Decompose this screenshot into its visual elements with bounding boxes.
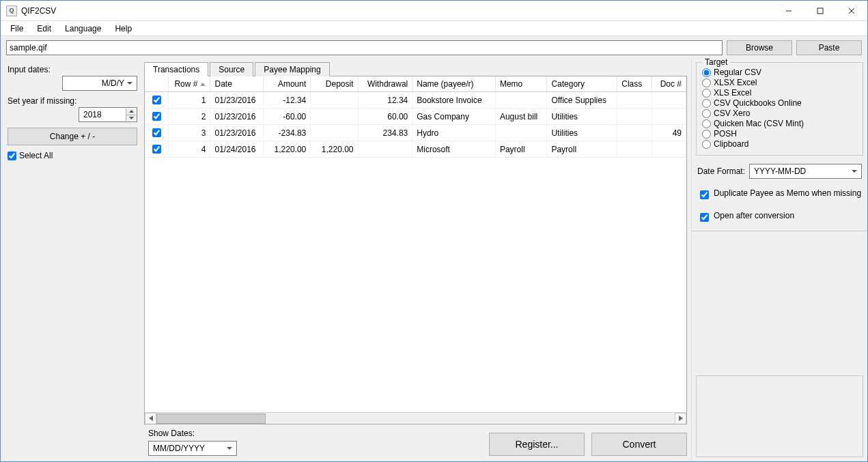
svg-marker-7: [679, 416, 683, 421]
cell-doc: [652, 109, 686, 125]
cell-row: 3: [168, 125, 210, 141]
table-row[interactable]: 401/24/20161,220.001,220.00MicrosoftPayr…: [145, 141, 686, 158]
cell-deposit: [311, 125, 358, 141]
date-format-select[interactable]: YYYY-MM-DD: [749, 164, 862, 179]
open-after-input[interactable]: [700, 213, 709, 222]
scroll-track[interactable]: [156, 414, 675, 424]
target-groupbox: Target Regular CSVXLSX ExcelXLS ExcelCSV…: [696, 62, 863, 156]
target-radio[interactable]: [702, 109, 711, 118]
target-option-label: POSH: [714, 129, 737, 139]
horizontal-scrollbar[interactable]: [145, 412, 686, 424]
target-radio[interactable]: [702, 140, 711, 149]
cell-withdrawal: [358, 141, 412, 158]
select-all-input[interactable]: [8, 151, 16, 160]
dup-payee-checkbox[interactable]: Duplicate Payee as Memo when missing: [697, 188, 862, 201]
filepath-input[interactable]: [6, 40, 723, 55]
target-radio[interactable]: [702, 130, 711, 139]
scroll-left-icon[interactable]: [145, 413, 156, 424]
col-category[interactable]: Category: [547, 76, 617, 92]
svg-marker-4: [129, 110, 134, 113]
browse-button[interactable]: Browse: [727, 40, 792, 55]
target-radio[interactable]: [702, 119, 711, 128]
close-button[interactable]: [836, 1, 867, 21]
col-check[interactable]: [145, 76, 168, 92]
target-option[interactable]: POSH: [702, 129, 857, 139]
convert-button[interactable]: Convert: [591, 433, 687, 456]
change-sign-button[interactable]: Change + / -: [8, 128, 137, 145]
cell-row: 1: [168, 92, 210, 109]
cell-deposit: 1,220.00: [311, 141, 358, 158]
col-name[interactable]: Name (payee/r): [412, 76, 496, 92]
target-option-label: Clipboard: [714, 139, 748, 149]
row-check[interactable]: [152, 145, 161, 154]
menu-help[interactable]: Help: [108, 23, 139, 35]
col-doc[interactable]: Doc #: [652, 76, 686, 92]
scroll-thumb[interactable]: [156, 414, 266, 424]
tab-page: Row # Date Amount Deposit Withdrawal Nam…: [144, 76, 687, 424]
select-all-checkbox[interactable]: Select All: [8, 151, 137, 160]
target-option-label: XLS Excel: [714, 88, 751, 98]
col-row[interactable]: Row #: [168, 76, 210, 92]
cell-memo: August bill: [495, 109, 547, 125]
col-withdrawal[interactable]: Withdrawal: [358, 76, 412, 92]
table-row[interactable]: 301/23/2016-234.83234.83HydroUtilities49: [145, 125, 686, 141]
target-option[interactable]: XLSX Excel: [702, 78, 857, 87]
svg-marker-6: [149, 416, 153, 421]
minimize-button[interactable]: [773, 1, 804, 21]
spin-up-icon[interactable]: [126, 109, 136, 115]
row-check[interactable]: [152, 112, 161, 121]
target-option[interactable]: CSV Xero: [702, 109, 857, 118]
menu-edit[interactable]: Edit: [30, 23, 58, 35]
menu-language[interactable]: Language: [58, 23, 108, 35]
target-radio[interactable]: [702, 89, 711, 98]
maximize-button[interactable]: [804, 1, 836, 21]
input-dates-label: Input dates:: [8, 65, 137, 74]
tab-source[interactable]: Source: [210, 62, 253, 76]
row-check[interactable]: [152, 128, 161, 137]
cell-date: 01/24/2016: [210, 141, 264, 158]
cell-name: Hydro: [412, 125, 496, 141]
cell-amount: -60.00: [264, 109, 311, 125]
spin-down-icon[interactable]: [126, 115, 136, 121]
col-class[interactable]: Class: [617, 76, 652, 92]
menu-file[interactable]: File: [3, 23, 30, 35]
target-radio[interactable]: [702, 99, 711, 108]
target-option[interactable]: CSV Quickbooks Online: [702, 98, 857, 108]
register-button[interactable]: Register...: [489, 433, 585, 456]
target-option[interactable]: Clipboard: [702, 139, 857, 149]
cell-memo: Payroll: [495, 141, 547, 158]
menubar: File Edit Language Help: [1, 21, 867, 36]
show-dates-select[interactable]: MM/DD/YYYY: [148, 441, 237, 456]
cell-amount: -12.34: [264, 92, 311, 109]
show-dates-label: Show Dates:: [148, 429, 237, 438]
target-radio[interactable]: [702, 68, 711, 77]
input-dates-select[interactable]: M/D/Y: [62, 76, 137, 91]
open-after-checkbox[interactable]: Open after conversion: [697, 211, 862, 224]
dup-payee-label: Duplicate Payee as Memo when missing: [714, 188, 862, 198]
row-check[interactable]: [152, 96, 161, 104]
col-deposit[interactable]: Deposit: [311, 76, 358, 92]
col-date[interactable]: Date: [210, 76, 264, 92]
table-row[interactable]: 201/23/2016-60.0060.00Gas CompanyAugust …: [145, 109, 686, 125]
target-option[interactable]: XLS Excel: [702, 88, 857, 98]
tab-transactions[interactable]: Transactions: [144, 62, 208, 76]
col-amount[interactable]: Amount: [264, 76, 311, 92]
tab-payee-mapping[interactable]: Payee Mapping: [255, 62, 329, 76]
cell-name: Gas Company: [412, 109, 496, 125]
cell-category: Utilities: [547, 125, 617, 141]
cell-doc: [652, 92, 686, 109]
dup-payee-input[interactable]: [700, 190, 709, 199]
transactions-grid[interactable]: Row # Date Amount Deposit Withdrawal Nam…: [145, 76, 686, 412]
show-dates-value: MM/DD/YYYY: [153, 444, 205, 453]
target-option[interactable]: Quicken Mac (CSV Mint): [702, 119, 857, 128]
target-radio[interactable]: [702, 78, 711, 87]
cell-memo: [495, 125, 547, 141]
cell-amount: -234.83: [264, 125, 311, 141]
table-row[interactable]: 101/23/2016-12.3412.34Bookstore InvoiceO…: [145, 92, 686, 109]
cell-category: Utilities: [547, 109, 617, 125]
paste-button[interactable]: Paste: [796, 40, 862, 55]
target-option[interactable]: Regular CSV: [702, 68, 857, 77]
set-year-spinner[interactable]: 2018: [79, 107, 137, 122]
col-memo[interactable]: Memo: [495, 76, 547, 92]
scroll-right-icon[interactable]: [675, 413, 686, 424]
